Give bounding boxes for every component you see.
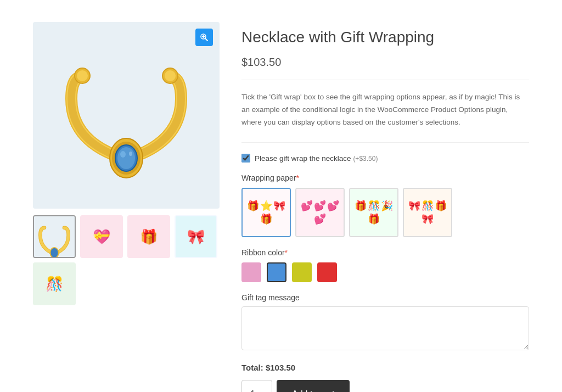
product-price: $103.50 bbox=[241, 56, 529, 69]
thumbnails: 💝 🎁 🎀 🎊 bbox=[33, 215, 220, 305]
wrap-option-1[interactable]: 🎁⭐ 🎀🎁 bbox=[241, 188, 291, 237]
svg-point-13 bbox=[129, 152, 132, 156]
gift-wrap-label[interactable]: Please gift wrap the necklace (+$3.50) bbox=[255, 154, 378, 163]
quantity-input[interactable] bbox=[241, 380, 272, 392]
wrapping-required: * bbox=[296, 173, 299, 182]
necklace-illustration bbox=[55, 44, 198, 187]
wrap-option-3[interactable]: 🎁🎊 🎉🎁 bbox=[349, 188, 398, 237]
gift-wrap-row: Please gift wrap the necklace (+$3.50) bbox=[241, 154, 529, 163]
thumbnail-necklace[interactable] bbox=[33, 215, 76, 258]
svg-point-7 bbox=[165, 70, 176, 81]
product-title: Necklace with Gift Wrapping bbox=[241, 27, 529, 47]
wrapping-options: 🎁⭐ 🎀🎁 💕💕 💕💕 🎁🎊 🎉🎁 bbox=[241, 188, 529, 237]
product-gallery: 💝 🎁 🎀 🎊 bbox=[33, 22, 220, 392]
wrap-option-2[interactable]: 💕💕 💕💕 bbox=[295, 188, 345, 237]
svg-line-1 bbox=[205, 38, 207, 41]
wrapping-paper-label: Wrapping paper* bbox=[241, 173, 529, 182]
ribbon-required: * bbox=[285, 248, 288, 257]
add-to-cart-button[interactable]: Add to cart bbox=[277, 380, 350, 392]
product-info: Necklace with Gift Wrapping $103.50 Tick… bbox=[241, 22, 529, 392]
wrapping-paper-section: Wrapping paper* 🎁⭐ 🎀🎁 💕💕 💕💕 bbox=[241, 173, 529, 237]
price-divider bbox=[241, 80, 529, 80]
gift-tag-textarea[interactable] bbox=[241, 306, 529, 350]
thumbnail-pattern-3[interactable]: 🎀 bbox=[175, 215, 217, 258]
ribbon-swatch-blue[interactable] bbox=[267, 262, 286, 282]
thumbnail-pattern-2[interactable]: 🎁 bbox=[127, 215, 170, 258]
cart-row: Add to cart bbox=[241, 380, 529, 392]
svg-point-11 bbox=[117, 147, 135, 169]
page-wrapper: 💝 🎁 🎀 🎊 Neckl bbox=[0, 0, 562, 392]
product-description: Tick the 'Gift wrap' box to see the gift… bbox=[241, 91, 529, 129]
ribbon-swatch-yellow[interactable] bbox=[292, 262, 312, 282]
desc-divider bbox=[241, 142, 529, 143]
thumbnail-necklace-icon bbox=[34, 216, 75, 257]
ribbon-color-section: Ribbon color* bbox=[241, 248, 529, 282]
ribbon-swatch-pink[interactable] bbox=[241, 262, 261, 282]
gift-tag-label: Gift tag message bbox=[241, 293, 529, 302]
svg-point-5 bbox=[77, 70, 88, 81]
gift-tag-section: Gift tag message bbox=[241, 293, 529, 352]
thumbnail-pattern-1[interactable]: 💝 bbox=[80, 215, 123, 258]
gift-wrap-checkbox[interactable] bbox=[241, 154, 250, 163]
thumbnail-pattern-4[interactable]: 🎊 bbox=[33, 262, 76, 305]
ribbon-swatch-red[interactable] bbox=[317, 262, 337, 282]
ribbon-color-label: Ribbon color* bbox=[241, 248, 529, 257]
total-row: Total: $103.50 bbox=[241, 363, 529, 372]
wrap-option-4[interactable]: 🎀🎊 🎁🎀 bbox=[403, 188, 452, 237]
zoom-button[interactable] bbox=[195, 29, 213, 46]
main-image bbox=[33, 22, 220, 209]
ribbon-options bbox=[241, 262, 529, 282]
svg-point-12 bbox=[120, 151, 126, 158]
zoom-icon bbox=[200, 33, 209, 42]
